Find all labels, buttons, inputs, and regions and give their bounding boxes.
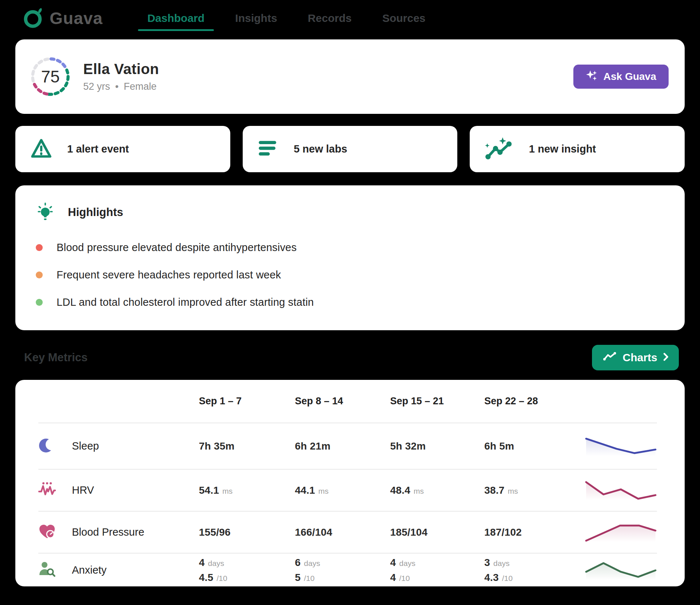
nav-tab-insights[interactable]: Insights xyxy=(235,12,277,24)
guava-logo[interactable]: Guava xyxy=(23,7,103,30)
metric-value: 6h 21m xyxy=(295,440,331,452)
anxiety-person-search-icon xyxy=(38,560,56,579)
anxiety-days-value: 4 xyxy=(390,557,396,569)
key-metrics-table: Sep 1 – 7 Sep 8 – 14 Sep 15 – 21 Sep 22 … xyxy=(15,380,685,586)
new-labs-card[interactable]: 5 new labs xyxy=(243,126,458,172)
patient-sex: Female xyxy=(124,81,157,92)
highlight-text: LDL and total cholesterol improved after… xyxy=(57,296,314,308)
highlights-card: Highlights Blood pressure elevated despi… xyxy=(15,185,685,330)
metric-label: Blood Pressure xyxy=(72,526,144,538)
anxiety-days-unit: days xyxy=(493,559,509,568)
labs-list-icon xyxy=(258,140,278,158)
highlight-item: Blood pressure elevated despite antihype… xyxy=(36,242,664,254)
hrv-sparkline xyxy=(585,480,657,501)
key-metrics-title: Key Metrics xyxy=(24,351,88,364)
metric-value: 44.1 xyxy=(295,485,315,496)
anxiety-days-unit: days xyxy=(399,559,415,568)
highlight-item: LDL and total cholesterol improved after… xyxy=(36,296,664,308)
metric-row-hrv[interactable]: HRV 54.1ms 44.1ms 48.4ms 38.7ms xyxy=(38,469,657,511)
week-column-header: Sep 22 – 28 xyxy=(484,396,585,407)
new-insight-card[interactable]: 1 new insight xyxy=(470,126,685,172)
ask-guava-button[interactable]: Ask Guava xyxy=(573,65,669,89)
metric-value: 48.4 xyxy=(390,485,410,496)
bullet-dot-orange xyxy=(36,271,43,278)
hrv-waveform-icon xyxy=(38,482,56,499)
new-labs-label: 5 new labs xyxy=(294,143,347,155)
dot-separator: • xyxy=(115,81,119,92)
metric-unit: ms xyxy=(508,487,518,495)
patient-name: Ella Vation xyxy=(83,61,159,77)
metric-value: 185/104 xyxy=(390,527,428,538)
highlight-item: Frequent severe headaches reported last … xyxy=(36,269,664,281)
anxiety-days-unit: days xyxy=(208,559,224,568)
lightbulb-icon xyxy=(36,202,55,223)
anxiety-score-unit: /10 xyxy=(304,574,315,583)
anxiety-days-value: 3 xyxy=(484,557,490,569)
top-nav: Guava Dashboard Insights Records Sources xyxy=(0,0,700,36)
trend-line-icon xyxy=(603,351,617,364)
nav-links: Dashboard Insights Records Sources xyxy=(147,12,426,24)
metric-label: Anxiety xyxy=(72,564,107,576)
metric-label: Sleep xyxy=(72,440,99,452)
metric-unit: ms xyxy=(318,487,328,495)
metric-value: 7h 35m xyxy=(199,440,235,452)
week-column-header: Sep 15 – 21 xyxy=(390,396,484,407)
metrics-table-header: Sep 1 – 7 Sep 8 – 14 Sep 15 – 21 Sep 22 … xyxy=(38,380,657,423)
sleep-sparkline xyxy=(585,436,657,457)
metric-unit: ms xyxy=(222,487,232,495)
anxiety-score-unit: /10 xyxy=(399,574,410,583)
health-score-ring: 75 xyxy=(30,56,71,97)
nav-tab-sources[interactable]: Sources xyxy=(382,12,425,24)
new-insight-label: 1 new insight xyxy=(529,143,596,155)
highlights-list: Blood pressure elevated despite antihype… xyxy=(36,242,664,308)
key-metrics-header: Key Metrics Charts xyxy=(15,345,685,370)
ask-guava-label: Ask Guava xyxy=(603,71,656,82)
anxiety-sparkline xyxy=(585,559,657,581)
chevron-right-icon xyxy=(663,351,669,364)
alert-events-label: 1 alert event xyxy=(67,143,129,155)
highlight-text: Blood pressure elevated despite antihype… xyxy=(57,242,297,254)
sparkles-icon xyxy=(586,70,597,84)
anxiety-score-value: 4.3 xyxy=(484,572,499,583)
metric-value: 54.1 xyxy=(199,485,219,496)
alert-triangle-icon xyxy=(31,138,52,161)
anxiety-score-unit: /10 xyxy=(217,574,227,583)
metric-value: 38.7 xyxy=(484,485,504,496)
bullet-dot-green xyxy=(36,299,43,306)
health-score-value: 75 xyxy=(30,56,71,97)
charts-button-label: Charts xyxy=(623,351,657,364)
metric-row-sleep[interactable]: Sleep 7h 35m 6h 21m 5h 32m 6h 5m xyxy=(38,423,657,469)
patient-demographics: 52 yrs • Female xyxy=(83,81,159,92)
insight-trend-icon xyxy=(485,137,514,161)
anxiety-days-value: 6 xyxy=(295,557,301,569)
highlights-title: Highlights xyxy=(68,206,123,219)
guava-logo-icon xyxy=(23,7,45,30)
anxiety-score-value: 4.5 xyxy=(199,572,214,583)
metric-row-blood-pressure[interactable]: Blood Pressure 155/96 166/104 185/104 18… xyxy=(38,511,657,553)
moon-icon xyxy=(38,437,56,456)
metric-value: 6h 5m xyxy=(484,440,514,452)
patient-age: 52 yrs xyxy=(83,81,110,92)
week-column-header: Sep 8 – 14 xyxy=(295,396,390,407)
blood-pressure-heart-icon xyxy=(38,523,56,542)
metric-value: 155/96 xyxy=(199,527,231,538)
metric-value: 166/104 xyxy=(295,527,332,538)
nav-tab-dashboard[interactable]: Dashboard xyxy=(147,12,205,24)
week-column-header: Sep 1 – 7 xyxy=(199,396,295,407)
blood-pressure-sparkline xyxy=(585,522,657,543)
charts-button[interactable]: Charts xyxy=(592,345,679,370)
bullet-dot-red xyxy=(36,244,43,251)
brand-name: Guava xyxy=(50,8,103,28)
nav-tab-records[interactable]: Records xyxy=(308,12,351,24)
anxiety-days-unit: days xyxy=(304,559,320,568)
patient-summary-card: 75 Ella Vation 52 yrs • Female Ask Guava xyxy=(15,39,685,114)
anxiety-score-value: 4 xyxy=(390,572,396,583)
metric-value: 187/102 xyxy=(484,527,522,538)
alert-cards-row: 1 alert event 5 new labs xyxy=(15,126,685,172)
alert-events-card[interactable]: 1 alert event xyxy=(15,126,230,172)
highlight-text: Frequent severe headaches reported last … xyxy=(57,269,281,281)
anxiety-days-value: 4 xyxy=(199,557,205,569)
metric-unit: ms xyxy=(414,487,424,495)
metric-row-anxiety[interactable]: Anxiety 4days 4.5/10 6days 5/10 4days 4/… xyxy=(38,553,657,586)
metric-label: HRV xyxy=(72,484,94,496)
